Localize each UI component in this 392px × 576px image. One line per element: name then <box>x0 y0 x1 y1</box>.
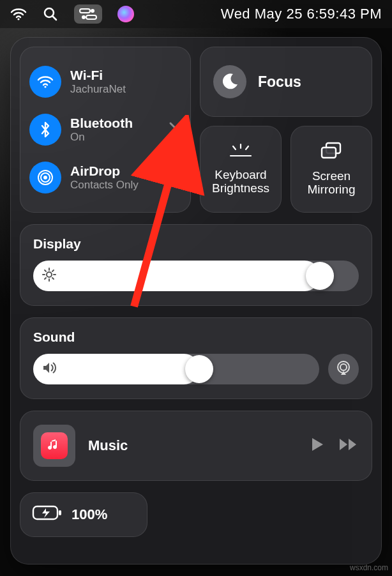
music-title: Music <box>88 437 298 454</box>
svg-line-23 <box>52 278 54 279</box>
focus-label: Focus <box>258 73 301 91</box>
control-center-panel: Wi-Fi JachuraNet Bluetooth On <box>10 37 382 565</box>
bluetooth-toggle[interactable]: Bluetooth On <box>29 114 181 146</box>
chevron-right-icon[interactable] <box>169 121 177 138</box>
sound-slider[interactable] <box>33 354 319 384</box>
menubar: Wed May 25 6:59:43 PM <box>0 0 392 28</box>
airdrop-toggle[interactable]: AirDrop Contacts Only <box>29 162 181 193</box>
kb-line2: Brightness <box>212 181 269 195</box>
moon-icon <box>213 65 246 98</box>
keyboard-brightness-tile[interactable]: KeyboardBrightness <box>200 126 282 213</box>
siri-icon[interactable] <box>117 6 134 22</box>
wifi-menubar-icon[interactable] <box>10 6 27 22</box>
battery-charging-icon <box>32 504 63 525</box>
battery-tile[interactable]: 100% <box>20 492 147 537</box>
brightness-icon <box>42 268 56 284</box>
focus-tile[interactable]: Focus <box>200 47 372 117</box>
screen-mirroring-tile[interactable]: ScreenMirroring <box>290 126 372 213</box>
svg-line-24 <box>45 278 46 279</box>
sm-line1: Screen <box>312 169 351 183</box>
svg-line-22 <box>45 270 46 271</box>
svg-point-0 <box>17 18 19 20</box>
sound-tile: Sound <box>20 317 372 399</box>
music-app-icon <box>41 432 68 459</box>
bluetooth-icon <box>29 114 61 146</box>
wifi-toggle[interactable]: Wi-Fi JachuraNet <box>29 66 181 98</box>
svg-point-4 <box>91 9 94 13</box>
keyboard-brightness-icon <box>228 143 253 162</box>
airdrop-title: AirDrop <box>70 163 139 179</box>
kb-line1: Keyboard <box>215 168 266 181</box>
svg-line-2 <box>52 16 56 20</box>
fast-forward-icon[interactable] <box>338 437 359 455</box>
svg-line-12 <box>233 146 236 149</box>
airplay-audio-button[interactable] <box>328 354 359 384</box>
volume-icon <box>42 361 57 377</box>
bluetooth-subtitle: On <box>70 131 133 144</box>
svg-rect-3 <box>80 9 90 13</box>
display-slider[interactable] <box>33 261 359 291</box>
svg-rect-5 <box>86 15 96 19</box>
svg-point-6 <box>82 15 86 19</box>
display-tile: Display <box>20 224 372 306</box>
wifi-icon <box>29 66 61 98</box>
display-slider-thumb[interactable] <box>306 262 334 290</box>
menubar-datetime[interactable]: Wed May 25 6:59:43 PM <box>221 6 382 22</box>
svg-line-25 <box>52 270 54 271</box>
wifi-subtitle: JachuraNet <box>70 83 126 96</box>
svg-rect-16 <box>322 148 336 158</box>
battery-percent: 100% <box>72 506 107 523</box>
connectivity-tile: Wi-Fi JachuraNet Bluetooth On <box>20 47 191 213</box>
wifi-title: Wi-Fi <box>70 68 126 83</box>
airdrop-icon <box>29 162 61 193</box>
spotlight-icon[interactable] <box>42 6 59 22</box>
sm-line2: Mirroring <box>308 183 356 196</box>
sound-slider-thumb[interactable] <box>185 355 213 383</box>
svg-line-13 <box>246 146 248 149</box>
now-playing-tile[interactable]: Music <box>20 411 372 481</box>
music-artwork <box>33 425 75 467</box>
control-center-menubar-icon[interactable] <box>74 4 102 24</box>
svg-point-27 <box>340 364 347 370</box>
watermark: wsxdn.com <box>350 563 388 572</box>
sound-label: Sound <box>33 330 359 345</box>
bluetooth-title: Bluetooth <box>70 116 133 131</box>
airplay-icon <box>335 360 352 379</box>
svg-point-8 <box>43 176 47 179</box>
screen-mirroring-icon <box>320 142 343 163</box>
play-icon[interactable] <box>310 437 324 455</box>
airdrop-subtitle: Contacts Only <box>70 179 139 192</box>
svg-rect-29 <box>59 510 61 515</box>
svg-point-7 <box>44 86 46 87</box>
display-label: Display <box>33 236 359 252</box>
svg-point-17 <box>47 272 52 277</box>
